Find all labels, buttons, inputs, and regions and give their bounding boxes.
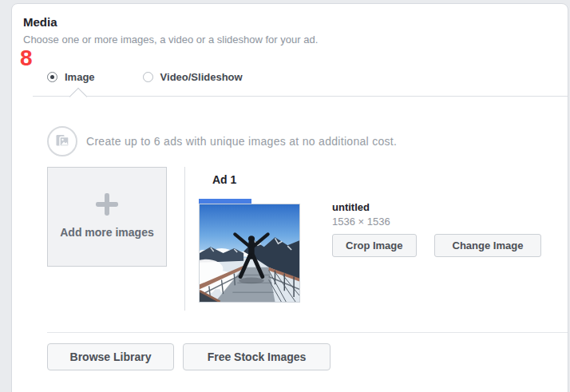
annotation-step-number: 8 [20, 46, 33, 70]
tab-divider [33, 96, 568, 97]
ad-thumbnail[interactable] [199, 204, 300, 303]
radio-label-video-slideshow[interactable]: Video/Slideshow [160, 71, 243, 83]
radio-dot [50, 75, 54, 79]
media-section-screen: Media Choose one or more images, a video… [0, 0, 570, 392]
images-icon [47, 126, 77, 156]
crop-image-button[interactable]: Crop Image [332, 234, 417, 257]
add-more-images-label: Add more images [60, 226, 153, 239]
radio-option-video-slideshow[interactable]: Video/Slideshow [143, 71, 243, 83]
add-more-images-button[interactable]: Add more images [47, 167, 167, 267]
page-subtitle: Choose one or more images, a video or a … [23, 34, 318, 46]
thumbnail-actions: Crop Image Change Image [332, 234, 541, 257]
change-image-button[interactable]: Change Image [434, 234, 542, 257]
browse-library-button[interactable]: Browse Library [47, 343, 174, 370]
radio-selected-icon[interactable] [47, 72, 57, 82]
free-stock-images-button[interactable]: Free Stock Images [183, 343, 331, 370]
radio-option-image[interactable]: Image [47, 71, 95, 83]
footer-divider [47, 332, 568, 333]
banner-text: Create up to 6 ads with unique images at… [86, 135, 397, 148]
library-actions: Browse Library Free Stock Images [47, 343, 331, 370]
media-card: Media Choose one or more images, a video… [11, 3, 568, 392]
media-type-radio-group: Image Video/Slideshow [47, 70, 243, 83]
vertical-divider [184, 167, 185, 311]
image-dimensions: 1536 × 1536 [332, 216, 390, 228]
tab-caret-notch [69, 88, 88, 106]
image-file-name: untitled [332, 201, 370, 213]
plus-icon [92, 189, 122, 220]
radio-label-image[interactable]: Image [65, 71, 95, 83]
radio-unselected-icon[interactable] [143, 72, 153, 82]
page-title: Media [23, 15, 57, 30]
ad-thumbnail-photo [200, 204, 299, 302]
ad-title: Ad 1 [212, 173, 236, 186]
